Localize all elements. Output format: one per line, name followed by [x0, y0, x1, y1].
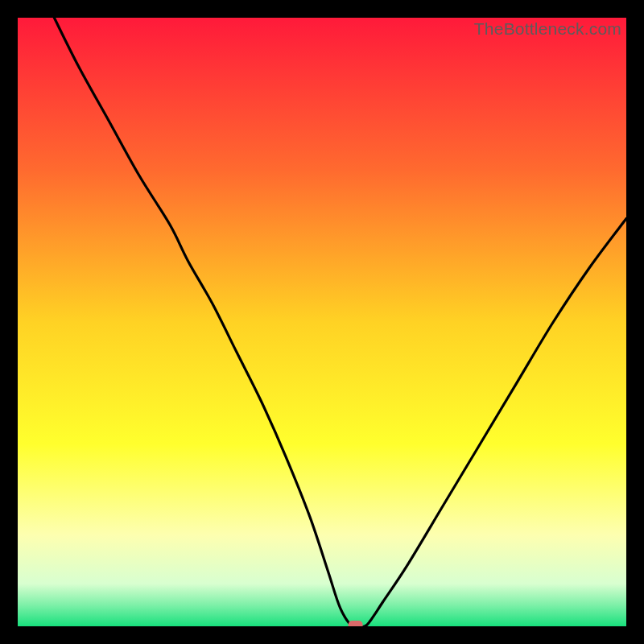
marker-dot [349, 621, 363, 626]
chart-frame: TheBottleneck.com [18, 18, 626, 626]
watermark-label: TheBottleneck.com [474, 19, 621, 39]
gradient-background [18, 18, 626, 626]
bottleneck-curve-chart [18, 18, 626, 626]
